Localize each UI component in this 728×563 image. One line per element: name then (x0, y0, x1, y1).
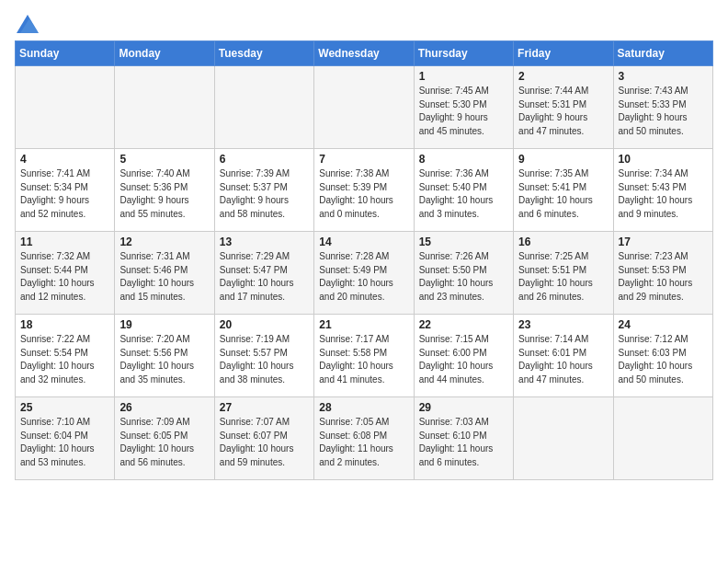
day-info: Sunrise: 7:15 AMSunset: 6:00 PMDaylight:… (419, 333, 508, 386)
calendar-cell: 22Sunrise: 7:15 AMSunset: 6:00 PMDayligh… (414, 315, 513, 397)
calendar-cell: 3Sunrise: 7:43 AMSunset: 5:33 PMDaylight… (613, 66, 712, 149)
day-number: 19 (119, 318, 209, 331)
calendar-cell: 11Sunrise: 7:32 AMSunset: 5:44 PMDayligh… (16, 232, 115, 315)
day-number: 21 (319, 318, 408, 331)
day-number: 12 (119, 236, 209, 248)
calendar-header-row: SundayMondayTuesdayWednesdayThursdayFrid… (16, 41, 713, 66)
day-info: Sunrise: 7:31 AMSunset: 5:46 PMDaylight:… (119, 250, 209, 304)
day-info: Sunrise: 7:45 AMSunset: 5:30 PMDaylight:… (419, 85, 508, 138)
day-header-monday: Monday (115, 41, 214, 66)
day-number: 7 (319, 153, 408, 166)
calendar-cell: 1Sunrise: 7:45 AMSunset: 5:30 PMDaylight… (414, 66, 513, 149)
day-number: 2 (518, 70, 608, 83)
day-number: 9 (518, 153, 608, 166)
day-info: Sunrise: 7:26 AMSunset: 5:50 PMDaylight:… (419, 250, 508, 304)
logo-icon (17, 15, 39, 33)
day-info: Sunrise: 7:23 AMSunset: 5:53 PMDaylight:… (619, 250, 708, 304)
day-number: 26 (119, 401, 209, 414)
calendar-cell: 13Sunrise: 7:29 AMSunset: 5:47 PMDayligh… (214, 232, 313, 315)
page-header (15, 15, 713, 33)
day-number: 23 (518, 318, 608, 331)
day-info: Sunrise: 7:36 AMSunset: 5:40 PMDaylight:… (419, 167, 508, 221)
day-number: 13 (220, 236, 309, 248)
day-info: Sunrise: 7:32 AMSunset: 5:44 PMDaylight:… (20, 250, 109, 304)
day-info: Sunrise: 7:14 AMSunset: 6:01 PMDaylight:… (518, 333, 608, 386)
day-info: Sunrise: 7:22 AMSunset: 5:54 PMDaylight:… (20, 333, 109, 386)
day-header-saturday: Saturday (613, 41, 712, 66)
calendar-cell (16, 66, 115, 149)
day-info: Sunrise: 7:35 AMSunset: 5:41 PMDaylight:… (518, 167, 608, 221)
calendar-cell (115, 66, 214, 149)
day-number: 25 (20, 401, 109, 414)
calendar-cell: 28Sunrise: 7:05 AMSunset: 6:08 PMDayligh… (314, 397, 414, 480)
day-number: 3 (619, 70, 708, 83)
calendar-week-5: 25Sunrise: 7:10 AMSunset: 6:04 PMDayligh… (16, 397, 713, 480)
day-number: 8 (419, 153, 508, 166)
day-number: 11 (20, 236, 109, 248)
calendar-cell: 14Sunrise: 7:28 AMSunset: 5:49 PMDayligh… (314, 232, 414, 315)
day-info: Sunrise: 7:38 AMSunset: 5:39 PMDaylight:… (319, 167, 408, 221)
day-header-friday: Friday (514, 41, 613, 66)
calendar-week-3: 11Sunrise: 7:32 AMSunset: 5:44 PMDayligh… (16, 232, 713, 315)
day-info: Sunrise: 7:17 AMSunset: 5:58 PMDaylight:… (319, 333, 408, 386)
day-number: 14 (319, 236, 408, 248)
day-info: Sunrise: 7:03 AMSunset: 6:10 PMDaylight:… (419, 416, 508, 469)
calendar-cell: 29Sunrise: 7:03 AMSunset: 6:10 PMDayligh… (414, 397, 513, 480)
calendar-cell: 23Sunrise: 7:14 AMSunset: 6:01 PMDayligh… (514, 315, 613, 397)
day-info: Sunrise: 7:28 AMSunset: 5:49 PMDaylight:… (319, 250, 408, 304)
calendar-cell (514, 397, 613, 480)
day-header-sunday: Sunday (16, 41, 115, 66)
day-number: 15 (419, 236, 508, 248)
day-info: Sunrise: 7:43 AMSunset: 5:33 PMDaylight:… (619, 85, 708, 138)
day-info: Sunrise: 7:41 AMSunset: 5:34 PMDaylight:… (20, 167, 109, 221)
calendar-cell: 7Sunrise: 7:38 AMSunset: 5:39 PMDaylight… (314, 149, 414, 232)
calendar-week-1: 1Sunrise: 7:45 AMSunset: 5:30 PMDaylight… (16, 66, 713, 149)
calendar-cell: 8Sunrise: 7:36 AMSunset: 5:40 PMDaylight… (414, 149, 513, 232)
calendar-cell: 16Sunrise: 7:25 AMSunset: 5:51 PMDayligh… (514, 232, 613, 315)
calendar-cell (314, 66, 414, 149)
calendar-cell: 18Sunrise: 7:22 AMSunset: 5:54 PMDayligh… (16, 315, 115, 397)
day-info: Sunrise: 7:40 AMSunset: 5:36 PMDaylight:… (119, 167, 209, 221)
calendar-cell: 6Sunrise: 7:39 AMSunset: 5:37 PMDaylight… (214, 149, 313, 232)
calendar-table: SundayMondayTuesdayWednesdayThursdayFrid… (15, 40, 713, 480)
day-info: Sunrise: 7:19 AMSunset: 5:57 PMDaylight:… (220, 333, 309, 386)
day-info: Sunrise: 7:34 AMSunset: 5:43 PMDaylight:… (619, 167, 708, 221)
day-number: 5 (119, 153, 209, 166)
day-number: 24 (619, 318, 708, 331)
calendar-cell: 5Sunrise: 7:40 AMSunset: 5:36 PMDaylight… (115, 149, 214, 232)
day-info: Sunrise: 7:10 AMSunset: 6:04 PMDaylight:… (20, 416, 109, 469)
day-number: 29 (419, 401, 508, 414)
calendar-cell: 10Sunrise: 7:34 AMSunset: 5:43 PMDayligh… (613, 149, 712, 232)
calendar-cell: 15Sunrise: 7:26 AMSunset: 5:50 PMDayligh… (414, 232, 513, 315)
day-number: 10 (619, 153, 708, 166)
calendar-cell: 20Sunrise: 7:19 AMSunset: 5:57 PMDayligh… (214, 315, 313, 397)
calendar-cell: 25Sunrise: 7:10 AMSunset: 6:04 PMDayligh… (16, 397, 115, 480)
day-number: 4 (20, 153, 109, 166)
day-number: 27 (220, 401, 309, 414)
calendar-week-2: 4Sunrise: 7:41 AMSunset: 5:34 PMDaylight… (16, 149, 713, 232)
day-info: Sunrise: 7:05 AMSunset: 6:08 PMDaylight:… (319, 416, 408, 469)
day-number: 28 (319, 401, 408, 414)
day-number: 16 (518, 236, 608, 248)
day-header-wednesday: Wednesday (314, 41, 414, 66)
calendar-cell: 2Sunrise: 7:44 AMSunset: 5:31 PMDaylight… (514, 66, 613, 149)
calendar-cell: 19Sunrise: 7:20 AMSunset: 5:56 PMDayligh… (115, 315, 214, 397)
day-info: Sunrise: 7:25 AMSunset: 5:51 PMDaylight:… (518, 250, 608, 304)
logo (15, 15, 40, 33)
day-header-thursday: Thursday (414, 41, 513, 66)
day-number: 6 (220, 153, 309, 166)
day-number: 18 (20, 318, 109, 331)
calendar-cell: 9Sunrise: 7:35 AMSunset: 5:41 PMDaylight… (514, 149, 613, 232)
day-number: 22 (419, 318, 508, 331)
day-number: 17 (619, 236, 708, 248)
calendar-cell: 12Sunrise: 7:31 AMSunset: 5:46 PMDayligh… (115, 232, 214, 315)
day-header-tuesday: Tuesday (214, 41, 313, 66)
calendar-cell: 4Sunrise: 7:41 AMSunset: 5:34 PMDaylight… (16, 149, 115, 232)
calendar-cell: 24Sunrise: 7:12 AMSunset: 6:03 PMDayligh… (613, 315, 712, 397)
day-info: Sunrise: 7:39 AMSunset: 5:37 PMDaylight:… (220, 167, 309, 221)
calendar-cell: 21Sunrise: 7:17 AMSunset: 5:58 PMDayligh… (314, 315, 414, 397)
day-number: 1 (419, 70, 508, 83)
calendar-cell: 27Sunrise: 7:07 AMSunset: 6:07 PMDayligh… (214, 397, 313, 480)
calendar-cell: 17Sunrise: 7:23 AMSunset: 5:53 PMDayligh… (613, 232, 712, 315)
day-number: 20 (220, 318, 309, 331)
